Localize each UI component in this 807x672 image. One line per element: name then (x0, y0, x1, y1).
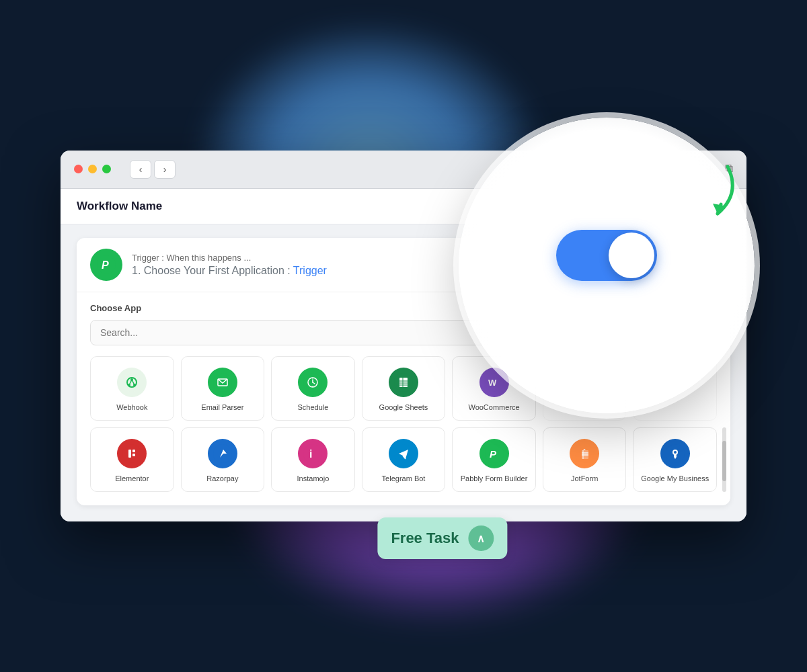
app-item-placeholder2 (633, 356, 717, 421)
free-task-collapse-button[interactable]: ∧ (468, 526, 494, 551)
elementor-svg (122, 444, 141, 463)
pabbly-icon: P (479, 439, 509, 468)
app-grid-row1: Webhook Email Parser (90, 356, 717, 421)
trigger-card: P Trigger : When this happens ... 1. Cho… (77, 238, 730, 506)
gmb-svg (666, 444, 685, 463)
schedule-svg (303, 373, 322, 392)
razorpay-icon (208, 439, 237, 468)
forward-button[interactable]: › (154, 160, 176, 179)
app-name-email-parser: Email Parser (201, 403, 243, 412)
app-name-razorpay: Razorpay (206, 474, 238, 483)
app-name-jotform: JotForm (571, 474, 598, 483)
app-name-pabbly-form: Pabbly Form Builder (461, 474, 528, 483)
app-item-instamojo[interactable]: i Instamojo (271, 427, 355, 492)
trigger-title-suffix: Trigger (293, 265, 327, 276)
workflow-header: Workflow Name ⋮ (61, 189, 746, 224)
browser-window: ‹ › + ⧉ Workflow Name ⋮ P (61, 151, 746, 522)
svg-point-8 (213, 373, 232, 392)
dot-yellow[interactable] (88, 165, 97, 173)
elementor-icon (117, 439, 147, 468)
choose-app-label: Choose App (90, 303, 717, 313)
toggle-knob (716, 200, 729, 213)
jotform-svg (575, 444, 594, 463)
app-item-google-sheets[interactable]: Google Sheets (362, 356, 446, 421)
telegram-icon (389, 439, 418, 468)
app-name-google-sheets: Google Sheets (379, 403, 428, 412)
workflow-toggle[interactable] (699, 198, 730, 214)
svg-text:i: i (309, 448, 312, 460)
task-badge: Task (662, 258, 693, 271)
app-name-schedule: Schedule (297, 403, 328, 412)
content-area: P Trigger : When this happens ... 1. Cho… (61, 224, 746, 522)
trigger-label: Trigger : When this happens ... (132, 253, 653, 263)
app-item-webhook[interactable]: Webhook (90, 356, 174, 421)
back-button[interactable]: ‹ (130, 160, 151, 179)
email-parser-icon (208, 368, 237, 397)
gsheets-svg (394, 373, 413, 392)
svg-point-24 (122, 444, 141, 463)
app-grid-row2: Elementor Razorpay (90, 427, 717, 492)
nav-buttons: ‹ › (130, 160, 176, 179)
trigger-text: Trigger : When this happens ... 1. Choos… (132, 253, 653, 277)
app-name-woocommerce: WooCommerce (468, 403, 519, 412)
app-item-jotform[interactable]: JotForm (543, 427, 627, 492)
webhook-icon (117, 368, 147, 397)
app-name-elementor: Elementor (115, 474, 149, 483)
app-item-razorpay[interactable]: Razorpay (181, 427, 265, 492)
gmb-icon (660, 439, 690, 468)
trigger-title-prefix: 1. Choose Your First Application : (132, 265, 293, 276)
dot-green[interactable] (102, 165, 111, 173)
workflow-menu-dots[interactable]: ⋮ (675, 198, 689, 214)
app-search-input[interactable] (90, 320, 717, 345)
app-name-webhook: Webhook (116, 403, 147, 412)
app-name-telegram: Telegram Bot (382, 474, 426, 483)
svg-text:W: W (488, 378, 497, 388)
free-task-label: Free Task (391, 530, 459, 547)
app-item-woocommerce[interactable]: W WooCommerce (452, 356, 536, 421)
collapse-button[interactable]: ∧ (708, 257, 717, 272)
chrome-actions: + ⧉ (706, 163, 733, 176)
jotform-icon (570, 439, 599, 468)
app-item-elementor[interactable]: Elementor (90, 427, 174, 492)
email-svg (213, 373, 232, 392)
free-task-tooltip: Free Task ∧ (377, 517, 507, 559)
pabbly-svg: P (485, 444, 504, 463)
woo-icon: W (479, 368, 509, 397)
app-item-placeholder1 (543, 356, 627, 421)
instamojo-svg: i (303, 444, 322, 463)
browser-chrome: ‹ › + ⧉ (61, 151, 746, 189)
app-name-instamojo: Instamojo (297, 474, 330, 483)
schedule-icon (298, 368, 328, 397)
google-sheets-icon (389, 368, 418, 397)
pabbly-logo: P (97, 255, 116, 274)
svg-rect-25 (128, 450, 131, 458)
svg-text:P: P (490, 448, 497, 460)
instamojo-icon: i (298, 439, 328, 468)
copy-button[interactable]: ⧉ (725, 163, 733, 176)
svg-rect-26 (132, 450, 135, 452)
svg-text:P: P (102, 259, 109, 271)
workflow-title: Workflow Name (77, 200, 668, 213)
svg-point-43 (674, 451, 677, 454)
app-item-schedule[interactable]: Schedule (271, 356, 355, 421)
svg-point-30 (303, 444, 322, 463)
razorpay-svg (213, 444, 232, 463)
new-tab-button[interactable]: + (706, 163, 714, 176)
telegram-svg (394, 444, 413, 463)
app-item-email-parser[interactable]: Email Parser (181, 356, 265, 421)
trigger-header: P Trigger : When this happens ... 1. Cho… (77, 238, 730, 292)
svg-rect-17 (399, 378, 408, 387)
trigger-icon: P (90, 249, 122, 281)
app-item-telegram[interactable]: Telegram Bot (362, 427, 446, 492)
scrollbar[interactable] (722, 427, 726, 492)
dot-red[interactable] (74, 165, 83, 173)
app-item-google-my-business[interactable]: Google My Business (633, 427, 717, 492)
trigger-body: Choose App (77, 292, 730, 506)
trigger-title: 1. Choose Your First Application : Trigg… (132, 265, 653, 277)
svg-point-2 (122, 373, 141, 392)
app-item-pabbly[interactable]: P Pabbly Form Builder (452, 427, 536, 492)
svg-rect-27 (132, 454, 135, 456)
traffic-lights (74, 165, 111, 173)
scroll-thumb (722, 441, 726, 481)
woo-svg: W (485, 373, 504, 392)
